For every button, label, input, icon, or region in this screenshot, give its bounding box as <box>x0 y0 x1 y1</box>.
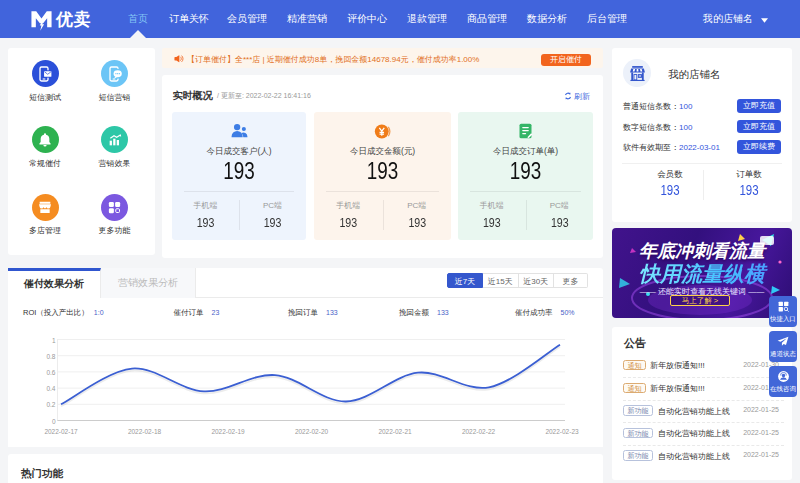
svg-text:0.6: 0.6 <box>46 369 55 376</box>
svg-text:2022-02-19: 2022-02-19 <box>211 428 245 435</box>
svg-text:2022-02-23: 2022-02-23 <box>545 428 579 435</box>
svg-text:2022-02-18: 2022-02-18 <box>128 428 162 435</box>
svg-text:0: 0 <box>52 418 56 425</box>
svg-text:2022-02-22: 2022-02-22 <box>462 428 496 435</box>
svg-text:0.2: 0.2 <box>46 401 55 408</box>
svg-text:2022-02-21: 2022-02-21 <box>378 428 412 435</box>
svg-text:1: 1 <box>52 337 56 344</box>
svg-text:0.8: 0.8 <box>46 353 55 360</box>
svg-text:0.4: 0.4 <box>46 385 55 392</box>
svg-text:2022-02-20: 2022-02-20 <box>295 428 329 435</box>
svg-text:2022-02-17: 2022-02-17 <box>44 428 78 435</box>
